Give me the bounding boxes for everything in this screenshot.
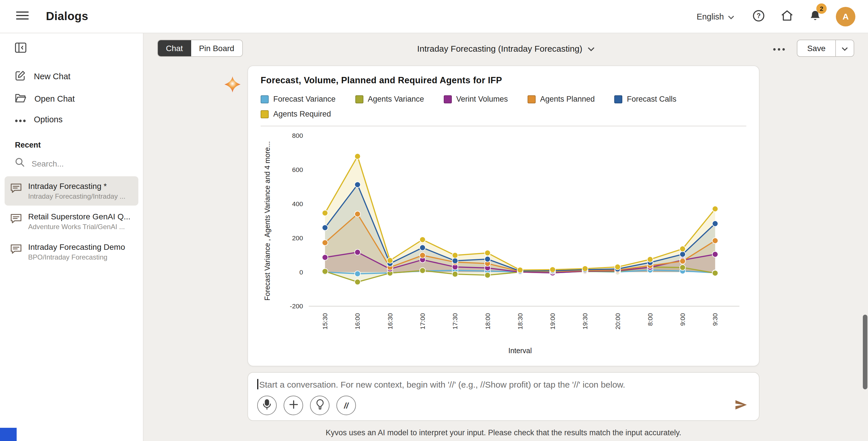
chat-title: Intraday Forecasting *: [28, 181, 125, 190]
scrollbar[interactable]: [863, 315, 867, 389]
svg-text:18:00: 18:00: [484, 313, 491, 329]
svg-text:20:00: 20:00: [614, 313, 621, 329]
app-stage: Dialogs English ?: [0, 0, 868, 441]
notification-badge: 2: [816, 3, 827, 13]
slash-command-button[interactable]: //: [336, 395, 356, 415]
svg-text:15:30: 15:30: [321, 313, 329, 329]
input-placeholder: Start a conversation. For new context, b…: [259, 379, 625, 389]
sidebar-item-new-chat[interactable]: New Chat: [0, 65, 143, 88]
ai-sparkle-icon: [224, 76, 241, 95]
svg-text:18:30: 18:30: [516, 313, 524, 329]
chat-list-item[interactable]: Intraday Forecasting DemoBPO/Intraday Fo…: [5, 237, 138, 266]
sidebar-item-options[interactable]: Options: [0, 110, 143, 129]
legend-item[interactable]: Forecast Variance: [260, 95, 336, 104]
mic-button[interactable]: [257, 395, 277, 415]
legend-label: Forecast Calls: [627, 95, 677, 104]
notifications-button[interactable]: 2: [808, 8, 822, 24]
suggestions-button[interactable]: [310, 395, 330, 415]
chart-title: Forecast, Volume, Planned and Required A…: [260, 75, 746, 86]
hamburger-menu-button[interactable]: [12, 7, 32, 25]
legend-swatch: [527, 95, 535, 103]
context-title: Intraday Forecasting (Intraday Forecasti…: [417, 43, 582, 53]
add-attachment-button[interactable]: [284, 395, 303, 415]
help-button[interactable]: ?: [751, 8, 766, 24]
message-input[interactable]: Start a conversation. For new context, b…: [257, 379, 750, 389]
tab-chat[interactable]: Chat: [158, 40, 191, 56]
svg-text:-200: -200: [290, 302, 303, 310]
save-dropdown-button[interactable]: [835, 40, 854, 56]
collapse-sidebar-button[interactable]: [14, 41, 28, 56]
slash-command-icon: //: [344, 401, 348, 410]
search-input[interactable]: [30, 158, 117, 169]
folder-icon: [15, 93, 26, 105]
chat-list-item[interactable]: Intraday Forecasting *Intraday Forecasti…: [5, 176, 138, 206]
main-panel: ChatPin Board Intraday Forecasting (Intr…: [144, 33, 868, 441]
corner-accent: [0, 428, 17, 441]
search-box: [0, 153, 143, 175]
send-button[interactable]: [733, 397, 750, 414]
toolbar: ChatPin Board Intraday Forecasting (Intr…: [144, 33, 868, 63]
header-actions: English ?: [693, 7, 856, 26]
legend-swatch: [355, 95, 363, 103]
svg-text:400: 400: [292, 200, 303, 208]
forecast-chart: 8006004002000-20015:3016:0016:3017:0017:…: [260, 127, 746, 357]
chat-bubble-icon: [10, 213, 22, 226]
legend-item[interactable]: Agents Variance: [355, 95, 424, 104]
legend-divider: [260, 126, 746, 126]
collapse-panel-icon: [15, 42, 26, 55]
legend-label: Verint Volumes: [456, 95, 508, 104]
page-title: Dialogs: [46, 10, 88, 23]
legend-label: Forecast Variance: [273, 95, 336, 104]
app-viewport: Dialogs English ?: [0, 0, 868, 441]
more-options-button[interactable]: [772, 43, 786, 54]
save-button[interactable]: Save: [797, 40, 835, 56]
legend-item[interactable]: Agents Planned: [527, 95, 595, 104]
chat-subtitle: BPO/Intraday Forecasting: [28, 253, 125, 261]
avatar[interactable]: A: [836, 7, 856, 26]
chat-title: Intraday Forecasting Demo: [28, 242, 125, 252]
legend-swatch: [260, 95, 269, 103]
chat-list-item[interactable]: Retail Superstore GenAI Q...Adventure Wo…: [5, 207, 138, 236]
svg-text:600: 600: [292, 166, 303, 173]
ai-disclaimer: Kyvos uses an AI model to interpret your…: [247, 429, 760, 437]
sidebar-item-open-chat[interactable]: Open Chat: [0, 88, 143, 110]
legend-item[interactable]: Agents Required: [260, 110, 331, 118]
legend-swatch: [614, 95, 622, 103]
chat-content: Forecast, Volume, Planned and Required A…: [144, 63, 868, 441]
chevron-down-icon: [588, 43, 594, 53]
search-icon: [15, 157, 25, 169]
svg-text:9:00: 9:00: [679, 313, 686, 326]
legend-swatch: [443, 95, 452, 103]
language-selector[interactable]: English: [693, 11, 738, 22]
svg-text:0: 0: [299, 268, 303, 276]
options-label: Options: [34, 115, 63, 124]
chat-title: Retail Superstore GenAI Q...: [28, 212, 130, 221]
svg-text:200: 200: [292, 234, 303, 242]
recent-heading: Recent: [0, 129, 143, 153]
chat-bubble-icon: [10, 183, 22, 195]
legend-item[interactable]: Forecast Calls: [614, 95, 677, 104]
svg-text:9:30: 9:30: [711, 313, 719, 326]
svg-text:800: 800: [292, 132, 303, 139]
home-button[interactable]: [780, 9, 795, 24]
chevron-down-icon: [842, 44, 848, 53]
tab-pin-board[interactable]: Pin Board: [191, 40, 242, 56]
sidebar: New Chat Open Chat Options Recent: [0, 33, 144, 441]
new-chat-label: New Chat: [34, 72, 70, 81]
svg-text:Interval: Interval: [508, 347, 532, 355]
legend-item[interactable]: Verint Volumes: [443, 95, 508, 104]
home-icon: [781, 10, 794, 23]
chat-bubble-icon: [10, 243, 22, 256]
svg-text:Forecast Variance , Agents Var: Forecast Variance , Agents Variance and …: [263, 141, 271, 301]
svg-text:17:00: 17:00: [419, 313, 426, 329]
legend-label: Agents Planned: [540, 95, 595, 104]
context-selector[interactable]: Intraday Forecasting (Intraday Forecasti…: [414, 43, 598, 54]
chevron-down-icon: [728, 12, 734, 21]
svg-text:19:00: 19:00: [549, 313, 556, 329]
composer: Start a conversation. For new context, b…: [247, 372, 760, 421]
svg-text:19:30: 19:30: [581, 313, 589, 329]
view-tabs: ChatPin Board: [157, 40, 243, 57]
chat-subtitle: Intraday Forecasting/Intraday ...: [28, 193, 125, 200]
ellipsis-icon: [15, 115, 26, 124]
app-header: Dialogs English ?: [0, 0, 868, 33]
